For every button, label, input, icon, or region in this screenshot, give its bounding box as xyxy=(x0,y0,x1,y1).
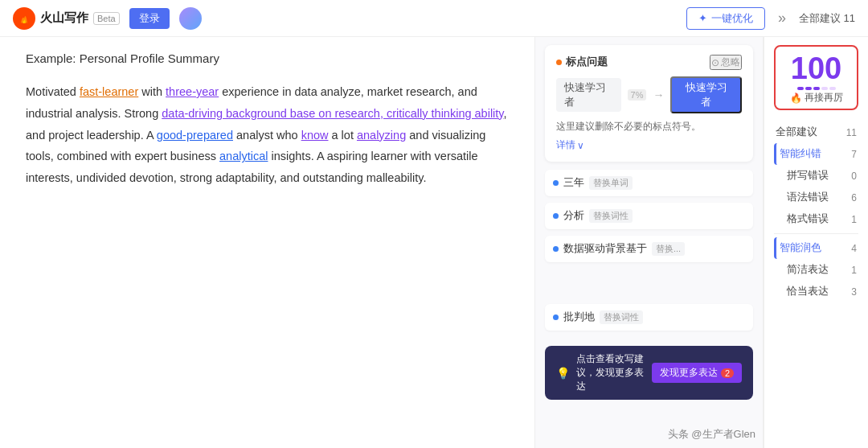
logo-icon xyxy=(13,7,35,30)
suggestion-item-fenxi[interactable]: 分析 替换词性 xyxy=(545,203,753,229)
text-data-driving[interactable]: data-driving background base on research… xyxy=(162,107,503,120)
sparkle-icon: ✦ xyxy=(698,12,707,24)
original-word: 快速学习者 xyxy=(556,78,621,112)
item-text-pipan: 批判地 xyxy=(563,310,595,324)
optimize-label: 一键优化 xyxy=(711,11,753,26)
text-good-prepared[interactable]: good-prepared xyxy=(157,129,233,142)
menu-label-polish: 智能润色 xyxy=(780,241,821,255)
score-label: 🔥 再接再厉 xyxy=(784,92,849,104)
item-text-sannian: 三年 xyxy=(563,176,584,190)
menu-label-concise: 简洁表达 xyxy=(787,263,829,277)
score-dot-2 xyxy=(805,87,812,90)
card-type: 标点问题 xyxy=(566,55,608,69)
menu-count-concise: 1 xyxy=(842,265,857,276)
text-three-year[interactable]: three-year xyxy=(166,85,219,98)
item-tag-fenxi: 替换词性 xyxy=(589,209,633,223)
arrow-icon: → xyxy=(653,88,664,101)
score-dot-4 xyxy=(821,87,828,90)
beta-badge: Beta xyxy=(93,12,120,25)
menu-item-polish[interactable]: 智能润色 4 xyxy=(774,237,858,259)
main-layout: Example: Personal Profile Summary Motiva… xyxy=(0,37,868,448)
suggested-word-button[interactable]: 快速学习者 xyxy=(670,76,742,113)
watermark: 头条 @生产者Glen xyxy=(668,427,755,442)
dot-blue-icon2 xyxy=(553,213,559,219)
top-bar: 火山写作 Beta 登录 ✦ 一键优化 » 全部建议 11 xyxy=(0,0,868,37)
dot-blue-icon4 xyxy=(553,314,559,320)
text-fast-learner[interactable]: fast-learner xyxy=(80,85,138,98)
score-dots xyxy=(784,87,849,90)
chevron-down-icon: ∨ xyxy=(577,140,584,151)
menu-label-grammar: 语法错误 xyxy=(787,191,829,204)
menu-count-all: 11 xyxy=(842,127,857,138)
text-know[interactable]: know xyxy=(301,129,329,142)
dot-orange-icon xyxy=(556,60,562,65)
text-motivated: Motivated xyxy=(26,85,80,98)
menu-count-proper: 3 xyxy=(842,286,857,298)
score-dot-5 xyxy=(829,87,836,90)
suggestion-item-sannian[interactable]: 三年 替换单词 xyxy=(545,170,753,196)
menu-label-proper: 恰当表达 xyxy=(787,285,829,298)
item-text-fenxi: 分析 xyxy=(563,209,584,223)
menu-item-grammar[interactable]: 语法错误 6 xyxy=(774,187,858,208)
text-analytical[interactable]: analytical xyxy=(219,150,268,162)
card-note: 这里建议删除不必要的标点符号。 xyxy=(556,120,742,134)
menu-item-smart-correct[interactable]: 智能纠错 7 xyxy=(774,143,858,165)
more-button[interactable]: » xyxy=(775,10,789,27)
text-analyzing[interactable]: analyzing xyxy=(357,129,406,142)
middle-panel: 标点问题 ⊙ 忽略 快速学习者 7% → 快速学习者 这里建议删除不必要的标点符… xyxy=(534,37,764,448)
menu-count-polish: 4 xyxy=(842,243,857,254)
text-alot: a lot xyxy=(328,129,356,142)
dot-blue-icon3 xyxy=(553,246,559,252)
logo-area: 火山写作 Beta xyxy=(13,7,120,30)
menu-label-all: 全部建议 xyxy=(776,125,817,139)
menu-label-format: 格式错误 xyxy=(787,212,829,226)
optimize-button[interactable]: ✦ 一键优化 xyxy=(686,7,765,30)
word-count: 7% xyxy=(628,89,647,101)
menu-item-concise[interactable]: 简洁表达 1 xyxy=(774,259,858,281)
ignore-button[interactable]: ⊙ 忽略 xyxy=(710,55,742,70)
punctuation-card: 标点问题 ⊙ 忽略 快速学习者 7% → 快速学习者 这里建议删除不必要的标点符… xyxy=(545,45,753,162)
item-tag-sannian: 替换单词 xyxy=(589,176,633,190)
suggestion-item-data[interactable]: 数据驱动背景基于 替换... xyxy=(545,236,753,262)
content-area: Example: Personal Profile Summary Motiva… xyxy=(0,37,534,448)
menu-count-format: 1 xyxy=(842,214,857,225)
fire-icon: 🔥 xyxy=(790,92,802,104)
discover-badge: 2 xyxy=(721,368,734,378)
item-tag-pipan: 替换词性 xyxy=(600,310,643,324)
menu-label-spell: 拼写错误 xyxy=(787,169,829,183)
login-button[interactable]: 登录 xyxy=(129,8,170,29)
menu-item-proper[interactable]: 恰当表达 3 xyxy=(774,281,858,302)
text-analyst: analyst who xyxy=(233,129,301,142)
item-tag-data: 替换... xyxy=(652,242,685,256)
score-dot-1 xyxy=(797,87,804,90)
card-tag: 标点问题 xyxy=(556,55,608,69)
suggestion-item-pipan[interactable]: 批判地 替换词性 xyxy=(545,304,753,331)
score-dot-3 xyxy=(813,87,820,90)
score-number: 100 xyxy=(784,53,849,84)
card-detail-link[interactable]: 详情 ∨ xyxy=(556,138,742,152)
right-menu: 全部建议 11 智能纠错 7 拼写错误 0 语法错误 6 格式错误 1 智 xyxy=(774,121,858,302)
tooltip-banner: 💡 点击查看改写建议，发现更多表达 发现更多表达 2 xyxy=(545,346,753,400)
doc-title: Example: Personal Profile Summary xyxy=(26,51,509,65)
menu-item-spell[interactable]: 拼写错误 0 xyxy=(774,165,858,187)
menu-item-all[interactable]: 全部建议 11 xyxy=(774,121,858,143)
suggestion-count-label: 全部建议 11 xyxy=(799,11,855,26)
word-compare: 快速学习者 7% → 快速学习者 xyxy=(556,76,742,113)
logo-text: 火山写作 xyxy=(40,10,88,26)
divider xyxy=(774,233,858,234)
card-header: 标点问题 ⊙ 忽略 xyxy=(556,55,742,70)
score-box: 100 🔥 再接再厉 xyxy=(774,45,858,110)
menu-label-smart-correct: 智能纠错 xyxy=(780,147,821,161)
item-text-data: 数据驱动背景基于 xyxy=(563,242,647,256)
right-panel: 100 🔥 再接再厉 全部建议 11 智能纠错 7 xyxy=(764,37,868,448)
circle-x-icon: ⊙ xyxy=(711,57,719,68)
text-with: with xyxy=(138,85,166,98)
menu-item-format[interactable]: 格式错误 1 xyxy=(774,208,858,230)
menu-count-spell: 0 xyxy=(842,171,857,182)
dot-blue-icon xyxy=(553,180,559,186)
tooltip-text: 点击查看改写建议，发现更多表达 xyxy=(576,352,645,393)
discover-button[interactable]: 发现更多表达 2 xyxy=(652,363,742,383)
avatar-button[interactable] xyxy=(179,7,202,30)
doc-body: Motivated fast-learner with three-year e… xyxy=(26,81,509,189)
bulb-icon: 💡 xyxy=(556,367,570,380)
